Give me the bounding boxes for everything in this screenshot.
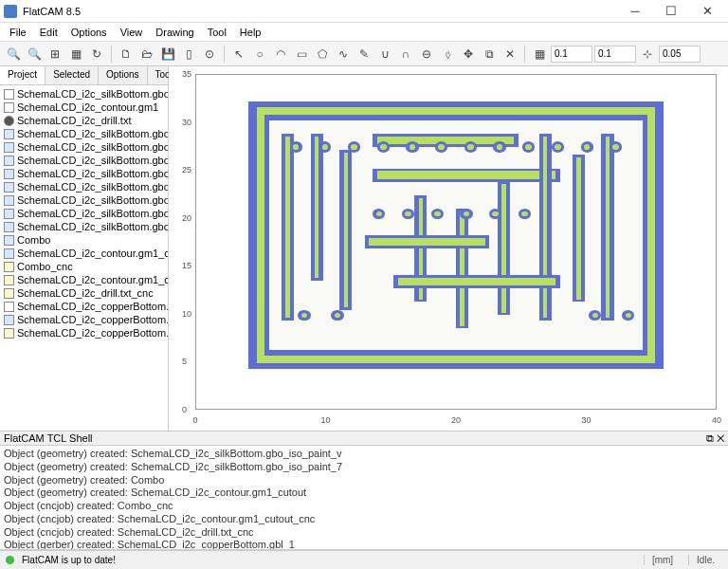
x-tick: 40 <box>712 415 721 425</box>
sidebar-tabs: ProjectSelectedOptionsTool <box>0 66 168 85</box>
tree-item[interactable]: SchemaLCD_i2c_contour.gm1 <box>2 101 166 114</box>
tree-item[interactable]: SchemaLCD_i2c_copperBottom.gbl_1_iso <box>2 313 166 326</box>
y-tick: 0 <box>182 405 187 414</box>
grid-y-input[interactable] <box>594 46 636 63</box>
clear-plot-icon[interactable]: ▦ <box>66 45 85 64</box>
tree-item-label: Combo_cnc <box>17 261 73 272</box>
tree-item[interactable]: SchemaLCD_i2c_silkBottom.gbo_iso_pain <box>2 140 166 154</box>
tree-item[interactable]: SchemaLCD_i2c_silkBottom.gbo_iso_pain <box>2 154 166 167</box>
status-message: FlatCAM is up to date! <box>22 555 636 565</box>
tab-options[interactable]: Options <box>99 66 147 84</box>
menu-drawing[interactable]: Drawing <box>150 25 199 40</box>
draw-arc-icon[interactable]: ◠ <box>271 45 290 64</box>
plot[interactable] <box>195 74 717 410</box>
menu-view[interactable]: View <box>115 25 149 40</box>
tree-item[interactable]: SchemaLCD_i2c_silkBottom.gbo_iso_pain <box>2 167 166 180</box>
tree-item[interactable]: SchemaLCD_i2c_copperBottom.gbl_1_iso <box>2 326 166 340</box>
replot-icon[interactable]: ↻ <box>87 45 106 64</box>
tree-item-label: SchemaLCD_i2c_silkBottom.gbo_iso_pain <box>17 155 168 166</box>
geom-icon <box>4 315 14 325</box>
tree-item[interactable]: Combo_cnc <box>2 260 166 273</box>
tree-item-label: Combo <box>17 234 50 246</box>
minimize-button[interactable]: ─ <box>618 1 652 22</box>
tree-item-label: SchemaLCD_i2c_silkBottom.gbo_iso_pain <box>17 181 168 193</box>
canvas-area[interactable]: 05101520253035010203040 <box>169 66 728 431</box>
sidebar: ProjectSelectedOptionsTool SchemaLCD_i2c… <box>0 66 169 431</box>
menu-edit[interactable]: Edit <box>34 25 64 40</box>
move-icon[interactable]: ✥ <box>459 45 478 64</box>
tree-item[interactable]: SchemaLCD_i2c_drill.txt <box>2 114 166 127</box>
tree-item[interactable]: SchemaLCD_i2c_silkBottom.gbo_iso_pain <box>2 180 166 193</box>
geom-icon <box>4 156 14 166</box>
snap-icon[interactable]: ⊹ <box>638 45 657 64</box>
y-tick: 20 <box>182 213 191 223</box>
tree-item[interactable]: SchemaLCD_i2c_silkBottom.gbo_iso_pain <box>2 193 166 207</box>
x-tick: 20 <box>451 415 461 425</box>
tree-item[interactable]: SchemaLCD_i2c_drill.txt_cnc <box>2 286 166 300</box>
zoom-in-icon[interactable]: 🔍 <box>4 45 23 64</box>
tree-item[interactable]: SchemaLCD_i2c_silkBottom.gbo_iso_pain <box>2 220 166 233</box>
gerber-icon <box>4 302 14 312</box>
edit-icon[interactable]: ✎ <box>355 45 373 64</box>
tree-item[interactable]: SchemaLCD_i2c_copperBottom.gbl_1 <box>2 300 166 313</box>
zoom-out-icon[interactable]: 🔍 <box>25 45 44 64</box>
menu-help[interactable]: Help <box>234 25 267 40</box>
save-icon[interactable]: 💾 <box>158 45 177 64</box>
grid-x-input[interactable] <box>551 46 592 63</box>
tree-item-label: SchemaLCD_i2c_silkBottom.gbo_iso_pain <box>17 194 168 206</box>
grid-icon[interactable]: ▦ <box>530 45 549 64</box>
close-button[interactable]: ✕ <box>690 1 724 22</box>
open-excellon-icon[interactable]: ⊙ <box>200 45 219 64</box>
x-tick: 0 <box>192 415 197 425</box>
geom-icon <box>4 182 14 193</box>
y-tick: 35 <box>182 69 191 79</box>
pcb-board <box>248 101 664 369</box>
select-icon[interactable]: ↖ <box>229 45 248 64</box>
menubar: FileEditOptionsViewDrawingToolHelp <box>0 23 728 42</box>
tab-selected[interactable]: Selected <box>46 66 99 84</box>
open-icon[interactable]: 🗁 <box>137 45 156 64</box>
statusbar: FlatCAM is up to date! [mm] Idle. <box>0 550 728 569</box>
maximize-button[interactable]: ☐ <box>654 1 688 22</box>
cnc-icon <box>4 328 14 339</box>
new-icon[interactable]: 🗋 <box>117 45 136 64</box>
draw-polygon-icon[interactable]: ⬠ <box>313 45 332 64</box>
geom-icon <box>4 195 14 206</box>
y-tick: 10 <box>182 309 191 319</box>
draw-path-icon[interactable]: ∿ <box>334 45 353 64</box>
tree-item-label: SchemaLCD_i2c_copperBottom.gbl_1_iso <box>17 327 168 339</box>
delete-icon[interactable]: ✕ <box>500 45 519 64</box>
tree-item[interactable]: SchemaLCD_i2c_silkBottom.gbo_iso_pain <box>2 207 166 220</box>
subtract-icon[interactable]: ⊖ <box>417 45 436 64</box>
gerber-icon <box>4 102 14 113</box>
gerber-icon <box>4 89 14 100</box>
cnc-icon <box>4 262 14 272</box>
drill-icon <box>4 116 14 126</box>
tree-item[interactable]: SchemaLCD_i2c_contour.gm1_cutout_cnc <box>2 273 166 286</box>
geom-icon <box>4 129 14 139</box>
tree-item-label: SchemaLCD_i2c_silkBottom.gbo_iso_pain <box>17 208 168 219</box>
open-gerber-icon[interactable]: ▯ <box>179 45 198 64</box>
tree-item[interactable]: Combo <box>2 233 166 247</box>
tree-item[interactable]: SchemaLCD_i2c_contour.gm1_cutout <box>2 247 166 260</box>
draw-circle-icon[interactable]: ○ <box>250 45 269 64</box>
cut-icon[interactable]: ⎀ <box>438 45 457 64</box>
tree-item[interactable]: SchemaLCD_i2c_silkBottom.gbo <box>2 87 166 101</box>
shell-undock-icon[interactable]: ⧉ ✕ <box>706 432 724 444</box>
y-tick: 30 <box>182 118 191 127</box>
tree-item-label: SchemaLCD_i2c_copperBottom.gbl_1_iso <box>17 314 168 325</box>
menu-file[interactable]: File <box>4 25 32 40</box>
status-state: Idle. <box>688 555 722 565</box>
menu-options[interactable]: Options <box>65 25 113 40</box>
snap-input[interactable] <box>659 46 701 63</box>
tree-item-label: SchemaLCD_i2c_silkBottom.gbo_iso_pain <box>17 168 168 179</box>
tab-project[interactable]: Project <box>0 66 46 84</box>
tcl-shell[interactable]: Object (geometry) created: SchemaLCD_i2c… <box>0 446 728 550</box>
draw-rect-icon[interactable]: ▭ <box>292 45 311 64</box>
intersection-icon[interactable]: ∩ <box>396 45 415 64</box>
copy-icon[interactable]: ⧉ <box>480 45 499 64</box>
menu-tool[interactable]: Tool <box>202 25 232 40</box>
tree-item[interactable]: SchemaLCD_i2c_silkBottom.gbo_iso <box>2 127 166 140</box>
zoom-fit-icon[interactable]: ⊞ <box>46 45 64 64</box>
union-icon[interactable]: ∪ <box>375 45 394 64</box>
